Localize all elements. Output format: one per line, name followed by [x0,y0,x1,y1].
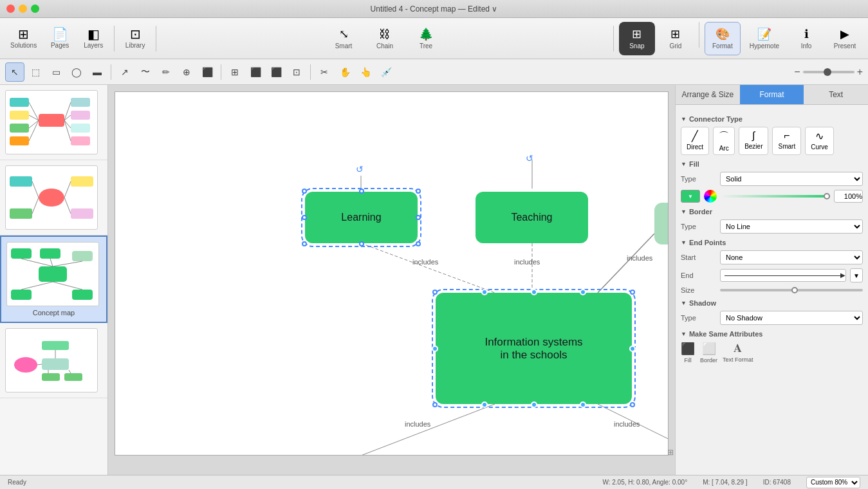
zoom-select[interactable]: Custom 80% 50% 75% 100% 125% 150% [806,477,860,488]
pointer-tool[interactable]: ↖ [5,62,24,82]
section-shadow[interactable]: ▼ Shadow [681,299,863,307]
thumbnail-1[interactable] [0,85,107,160]
conn-point-bottom[interactable] [531,401,537,408]
toolbar-hypernote[interactable]: 📝 Hypernote [743,22,786,55]
make-same-text-format[interactable]: 𝐀 Text Format [723,342,753,364]
fill-type-select[interactable]: Solid Gradient None [720,172,863,186]
node-learning[interactable]: Learning [305,192,418,243]
center-handle-br[interactable] [630,402,635,407]
toolbar-format[interactable]: 🎨 Format [705,22,741,55]
opacity-input[interactable] [834,190,863,203]
connect-tool[interactable]: ⊞ [225,62,245,82]
canvas-area[interactable]: includes includes includes includes incl… [108,85,675,475]
close-button[interactable] [6,5,15,13]
conn-point-top-left[interactable] [481,289,488,295]
toolbar-pages[interactable]: 📄 Pages [44,22,75,55]
make-same-border[interactable]: ⬜ Border [700,342,717,364]
conn-point-bottom-right[interactable] [580,401,586,408]
toolbar-solutions[interactable]: ⊞ Solutions [5,22,42,55]
tab-arrange-size[interactable]: Arrange & Size [676,85,740,104]
ellipse-tool[interactable]: ◯ [67,62,86,82]
node-center[interactable]: Information systemsin the schools [436,293,632,404]
center-handle-tl[interactable] [432,290,438,295]
fill-color-swatch[interactable]: ▼ [681,190,700,203]
section-fill[interactable]: ▼ Fill [681,160,863,168]
arrow-tool[interactable]: ↗ [115,62,134,82]
tab-text[interactable]: Text [804,85,868,104]
connector-smart[interactable]: ⌐ Smart [772,127,801,155]
handle-mr[interactable] [416,215,421,220]
section-connector-type[interactable]: ▼ Connector Type [681,115,863,123]
thumbnail-2[interactable] [0,160,107,235]
make-same-fill[interactable]: ⬛ Fill [681,342,695,364]
handle-ml[interactable] [302,215,307,220]
node-management[interactable]: Management [654,203,669,244]
tab-format[interactable]: Format [740,85,804,104]
shape-tool[interactable]: ⬛ [198,62,217,82]
canvas[interactable]: includes includes includes includes incl… [115,91,669,456]
thumbnail-4[interactable] [0,323,107,398]
toolbar-library[interactable]: ⊡ Library [120,22,151,55]
section-make-same[interactable]: ▼ Make Same Attributes [681,330,863,338]
zoom-minus-button[interactable]: − [794,66,800,78]
center-handle-bl[interactable] [432,402,438,407]
maximize-button[interactable] [31,5,39,13]
thumbnail-3[interactable]: Concept map [0,235,107,323]
connector-bezier[interactable]: ∫ Bezier [739,127,768,155]
toolbar-grid[interactable]: ⊞ Grid [658,22,694,55]
hand-tool[interactable]: 👆 [356,62,375,82]
group-tool[interactable]: ⬛ [246,62,265,82]
text-shape-tool[interactable]: ▬ [88,62,107,82]
section-border[interactable]: ▼ Border [681,208,863,216]
pan-tool[interactable]: ✋ [335,62,355,82]
conn-point-bottom-left[interactable] [481,401,488,408]
toolbar-present[interactable]: ▶ Present [827,22,863,55]
toolbar-snap[interactable]: ⊞ Snap [619,22,655,55]
lasso-tool[interactable]: ⊡ [287,62,306,82]
border-type-select[interactable]: No Line Solid Dashed [720,219,863,234]
handle-br[interactable] [416,241,421,246]
connector-arc[interactable]: ⌒ Arc [713,127,735,155]
svg-line-16 [64,120,71,141]
color-picker-button[interactable] [704,190,717,203]
handle-tl[interactable] [302,189,307,194]
canvas-resize-handle[interactable]: ⊞ [667,448,674,457]
toolbar-chain[interactable]: ⛓ Chain [367,22,403,55]
edit-point-tool[interactable]: ⊕ [177,62,196,82]
zoom-slider[interactable] [803,71,854,73]
zoom-plus-button[interactable]: + [857,66,863,78]
start-select[interactable]: None Arrow Circle [720,250,863,264]
conn-point-left[interactable] [432,346,438,352]
section-endpoints[interactable]: ▼ End Points [681,239,863,246]
rect-select-tool[interactable]: ⬚ [26,62,45,82]
rectangle-tool[interactable]: ▭ [46,62,66,82]
toolbar-info[interactable]: ℹ Info [788,22,824,55]
handle-bl[interactable] [302,241,307,246]
node-teaching[interactable]: Teaching [476,192,588,243]
end-arrow-dropdown[interactable]: ▼ [850,268,863,282]
opacity-slider[interactable] [721,195,830,198]
shadow-type-select[interactable]: No Shadow Drop Shadow Inner Shadow [720,311,863,325]
connector-curve[interactable]: ∿ Curve [805,127,834,155]
conn-point-top[interactable] [531,289,537,295]
scissors-tool[interactable]: ✂ [315,62,334,82]
toolbar-layers[interactable]: ◧ Layers [78,22,109,55]
conn-point-top-right[interactable] [580,289,586,295]
toolbar-tree[interactable]: 🌲 Tree [408,22,444,55]
handle-tr[interactable] [416,189,421,194]
eyedrop-tool[interactable]: 💉 [376,62,396,82]
conn-point-right[interactable] [629,346,636,352]
freehand-tool[interactable]: 〜 [136,62,155,82]
center-handle-tr[interactable] [630,290,635,295]
handle-bm[interactable] [359,241,364,246]
pen-tool[interactable]: ✏ [156,62,176,82]
toolbar-smart[interactable]: ⤡ Smart [326,22,362,55]
window-controls[interactable] [6,5,39,13]
ungroup-tool[interactable]: ⬛ [266,62,286,82]
rotate-handle-center[interactable]: ↺ [526,153,533,163]
minimize-button[interactable] [19,5,27,13]
size-slider[interactable] [720,289,863,291]
connector-direct[interactable]: ╱ Direct [681,127,709,155]
handle-tm[interactable] [359,189,364,194]
rotate-handle-learning[interactable]: ↺ [356,164,364,174]
